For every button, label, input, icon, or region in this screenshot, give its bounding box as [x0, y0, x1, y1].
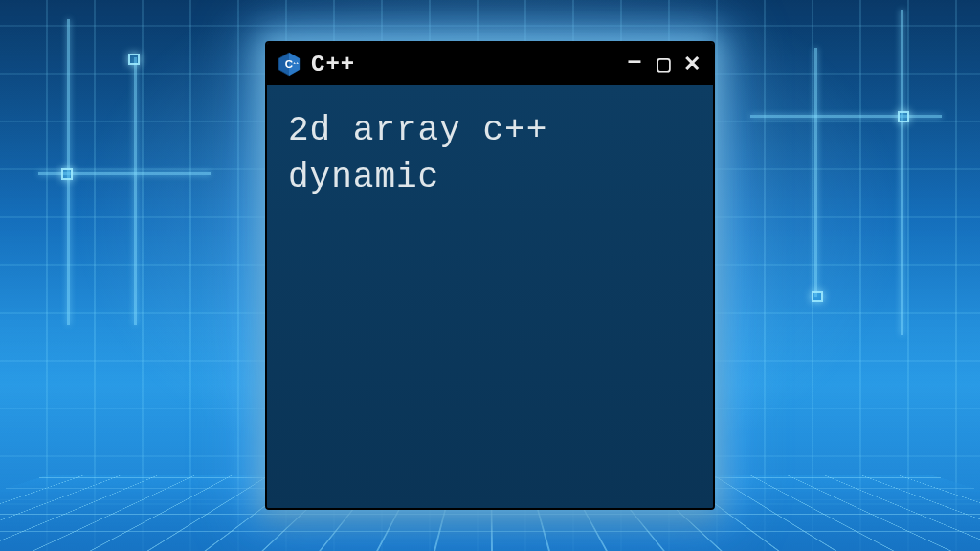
- terminal-window: C + + C++ – ▢ ✕ 2d array c++ dynamic: [265, 41, 715, 510]
- circuit-node: [898, 111, 909, 122]
- circuit-node: [128, 54, 140, 65]
- svg-text:C: C: [285, 58, 293, 70]
- circuit-line: [750, 115, 942, 118]
- circuit-node: [61, 168, 73, 180]
- circuit-line: [814, 48, 817, 297]
- circuit-line: [901, 10, 903, 335]
- circuit-node: [812, 291, 823, 302]
- window-controls: – ▢ ✕: [623, 52, 703, 77]
- close-button[interactable]: ✕: [680, 54, 703, 75]
- titlebar[interactable]: C + + C++ – ▢ ✕: [267, 43, 713, 85]
- minimize-button[interactable]: –: [623, 48, 646, 73]
- maximize-button[interactable]: ▢: [652, 55, 675, 73]
- circuit-line: [134, 57, 137, 325]
- content-text: 2d array c++ dynamic: [288, 111, 547, 197]
- cpp-logo-icon: C + +: [277, 52, 301, 77]
- terminal-content[interactable]: 2d array c++ dynamic: [267, 85, 713, 508]
- window-title: C++: [311, 52, 613, 77]
